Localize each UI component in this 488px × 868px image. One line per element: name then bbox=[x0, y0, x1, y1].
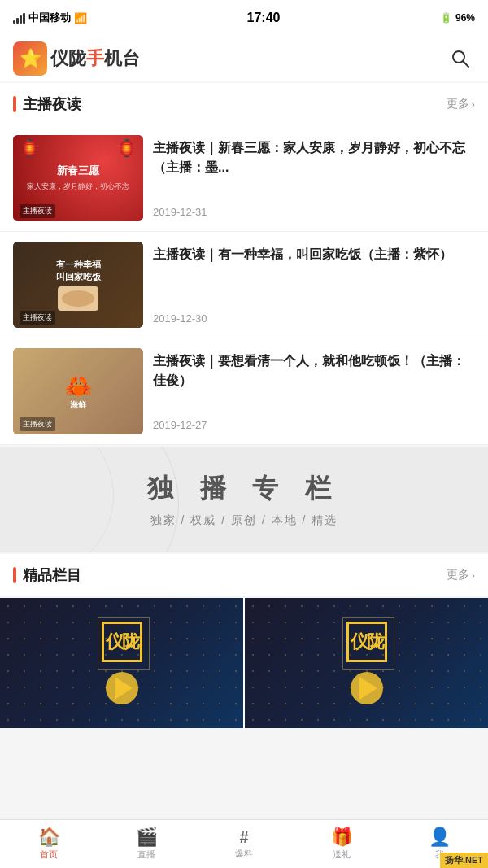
watermark: 扬华.NET bbox=[440, 853, 488, 868]
app-title: 仪陇手机台 bbox=[50, 46, 140, 71]
logo-area: ⭐ 仪陇手机台 bbox=[13, 41, 140, 76]
jingpin-section-title: 精品栏目 bbox=[13, 565, 81, 585]
nav-live-label: 直播 bbox=[137, 848, 155, 861]
signal-icon bbox=[13, 12, 25, 24]
article-info-3: 主播夜读｜要想看清一个人，就和他吃顿饭！（主播：佳俊） 2019-12-27 bbox=[153, 348, 475, 434]
duba-subtitle: 独家 / 权威 / 原创 / 本地 / 精选 bbox=[16, 513, 472, 528]
article-thumb-2: 有一种幸福叫回家吃饭 主播夜读 bbox=[13, 242, 143, 328]
zhubo-more-link[interactable]: 更多 › bbox=[447, 97, 475, 111]
article-item[interactable]: 🏮 🏮 新春三愿家人安康，岁月静好，初心不忘 主播夜读 主播夜读｜新春三愿：家人… bbox=[0, 125, 488, 232]
play-icon bbox=[359, 677, 377, 700]
article-title-2: 主播夜读｜有一种幸福，叫回家吃饭（主播：紫怀） bbox=[153, 245, 475, 264]
article-item[interactable]: 有一种幸福叫回家吃饭 主播夜读 主播夜读｜有一种幸福，叫回家吃饭（主播：紫怀） … bbox=[0, 232, 488, 338]
battery-icon: 🔋 bbox=[440, 12, 452, 24]
article-title-3: 主播夜读｜要想看清一个人，就和他吃顿饭！（主播：佳俊） bbox=[153, 351, 475, 390]
status-bar: 中国移动 📶 17:40 🔋 96% bbox=[0, 0, 488, 36]
article-list: 🏮 🏮 新春三愿家人安康，岁月静好，初心不忘 主播夜读 主播夜读｜新春三愿：家人… bbox=[0, 125, 488, 445]
video-card-1[interactable]: 仪陇 bbox=[0, 598, 243, 728]
bottom-nav: 🏠 首页 🎬 直播 # 爆料 🎁 送礼 👤 我 bbox=[0, 819, 488, 868]
wifi-icon: 📶 bbox=[74, 12, 87, 24]
video-card-2[interactable]: 仪陇 bbox=[245, 598, 488, 728]
play-icon bbox=[115, 677, 133, 700]
chevron-right-icon: › bbox=[471, 98, 475, 111]
jingpin-section-header: 精品栏目 更多 › bbox=[0, 554, 488, 596]
article-info-1: 主播夜读｜新春三愿：家人安康，岁月静好，初心不忘（主播：墨... 2019-12… bbox=[153, 135, 475, 221]
status-time: 17:40 bbox=[247, 11, 281, 25]
video-grid: 仪陇 仪陇 bbox=[0, 598, 488, 728]
duba-banner[interactable]: 独 播 专 栏 独家 / 权威 / 原创 / 本地 / 精选 bbox=[0, 447, 488, 552]
article-info-2: 主播夜读｜有一种幸福，叫回家吃饭（主播：紫怀） 2019-12-30 bbox=[153, 242, 475, 328]
svg-line-1 bbox=[464, 61, 469, 67]
article-date-3: 2019-12-27 bbox=[153, 419, 475, 431]
logo-icon: ⭐ bbox=[13, 41, 47, 76]
nav-live[interactable]: 🎬 直播 bbox=[98, 823, 195, 866]
nav-report-label: 爆料 bbox=[235, 848, 253, 860]
carrier-label: 中国移动 bbox=[28, 11, 71, 25]
article-thumb-1: 🏮 🏮 新春三愿家人安康，岁月静好，初心不忘 主播夜读 bbox=[13, 135, 143, 221]
article-date-2: 2019-12-30 bbox=[153, 312, 475, 325]
profile-icon: 👤 bbox=[429, 828, 451, 846]
nav-report[interactable]: # 爆料 bbox=[195, 824, 293, 865]
article-date-1: 2019-12-31 bbox=[153, 206, 475, 218]
article-item[interactable]: 🦀 海鲜 主播夜读 主播夜读｜要想看清一个人，就和他吃顿饭！（主播：佳俊） 20… bbox=[0, 338, 488, 445]
gift-icon: 🎁 bbox=[331, 828, 353, 846]
home-icon: 🏠 bbox=[38, 828, 60, 846]
duba-title: 独 播 专 栏 bbox=[16, 471, 472, 507]
report-icon: # bbox=[239, 829, 248, 845]
article-thumb-3: 🦀 海鲜 主播夜读 bbox=[13, 348, 143, 434]
search-button[interactable] bbox=[446, 44, 475, 73]
zhubo-section-header: 主播夜读 更多 › bbox=[0, 83, 488, 125]
nav-gift[interactable]: 🎁 送礼 bbox=[293, 823, 390, 866]
nav-home[interactable]: 🏠 首页 bbox=[0, 823, 98, 866]
status-carrier-area: 中国移动 📶 bbox=[13, 11, 87, 25]
zhubo-section-title: 主播夜读 bbox=[13, 94, 81, 114]
battery-label: 96% bbox=[455, 12, 475, 24]
nav-gift-label: 送礼 bbox=[333, 848, 351, 861]
nav-home-label: 首页 bbox=[40, 848, 58, 861]
app-header: ⭐ 仪陇手机台 bbox=[0, 36, 488, 81]
jingpin-section: 精品栏目 更多 › bbox=[0, 554, 488, 596]
status-battery-area: 🔋 96% bbox=[440, 12, 475, 24]
live-icon: 🎬 bbox=[136, 828, 158, 846]
jingpin-more-link[interactable]: 更多 › bbox=[447, 568, 475, 582]
chevron-right-icon: › bbox=[471, 569, 475, 582]
article-title-1: 主播夜读｜新春三愿：家人安康，岁月静好，初心不忘（主播：墨... bbox=[153, 138, 475, 177]
